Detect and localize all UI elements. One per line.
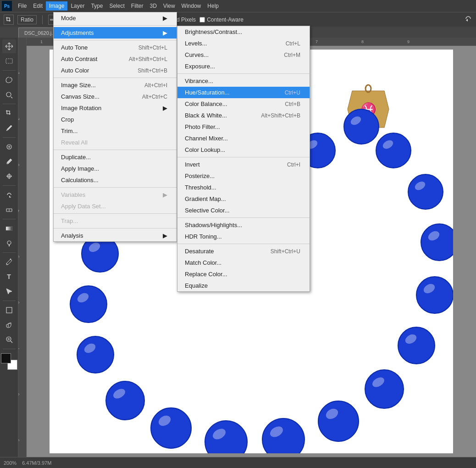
tool-path-select[interactable]	[2, 284, 16, 298]
menu-invert[interactable]: Invert Ctrl+I	[177, 159, 310, 170]
tool-healing[interactable]	[2, 140, 16, 154]
foreground-color-swatch[interactable]	[1, 353, 11, 363]
tool-sep-3	[3, 137, 16, 138]
menu-edit[interactable]: Edit	[30, 1, 46, 11]
image-rotation-arrow-icon: ▶	[163, 105, 167, 111]
menu-duplicate[interactable]: Duplicate...	[54, 151, 177, 163]
menu-mode[interactable]: Mode ▶	[54, 12, 177, 24]
menu-curves[interactable]: Curves... Ctrl+M	[177, 49, 310, 61]
calculations-label: Calculations...	[61, 177, 99, 184]
menu-brightness-contrast[interactable]: Brightness/Contrast...	[177, 26, 310, 38]
menu-analysis[interactable]: Analysis ▶	[54, 230, 177, 241]
zoom-icon	[5, 335, 13, 344]
menu-image[interactable]: Image	[46, 1, 67, 11]
menu-variables: Variables ▶	[54, 189, 177, 201]
menu-replace-color[interactable]: Replace Color...	[177, 268, 310, 280]
tool-eyedropper[interactable]	[2, 121, 16, 135]
tool-brush[interactable]	[2, 155, 16, 168]
menu-auto-tone[interactable]: Auto Tone Shift+Ctrl+L	[54, 42, 177, 53]
menu-trim[interactable]: Trim...	[54, 125, 177, 137]
tool-crop[interactable]	[2, 106, 16, 120]
hue-saturation-shortcut: Ctrl+U	[285, 89, 300, 96]
svg-text:1: 1	[18, 72, 20, 74]
ratio-dropdown[interactable]: Ratio	[17, 15, 37, 24]
tool-lasso[interactable]	[2, 73, 16, 87]
menu-layer[interactable]: Layer	[67, 1, 88, 11]
menu-selective-color[interactable]: Selective Color...	[177, 205, 310, 216]
brush-icon	[5, 157, 13, 166]
svg-point-44	[376, 133, 411, 168]
menu-view[interactable]: View	[160, 1, 178, 11]
tool-zoom[interactable]	[2, 333, 16, 346]
menu-hdr-toning[interactable]: HDR Toning...	[177, 231, 310, 242]
canvas-size-shortcut: Alt+Ctrl+C	[142, 94, 167, 100]
menu-equalize[interactable]: Equalize	[177, 280, 310, 291]
brightness-contrast-label: Brightness/Contrast...	[185, 28, 242, 35]
tool-marquee[interactable]	[2, 54, 16, 68]
menu-shadows-highlights[interactable]: Shadows/Highlights...	[177, 219, 310, 231]
menu-auto-color[interactable]: Auto Color Shift+Ctrl+B	[54, 65, 177, 76]
color-swatches[interactable]	[1, 353, 17, 370]
svg-point-68	[70, 286, 107, 323]
tool-clone[interactable]	[2, 169, 16, 183]
menu-image-rotation[interactable]: Image Rotation ▶	[54, 102, 177, 114]
menu-canvas-size[interactable]: Canvas Size... Alt+Ctrl+C	[54, 91, 177, 102]
gradient-icon	[5, 224, 13, 233]
posterize-label: Posterize...	[185, 173, 215, 179]
menu-adjustments[interactable]: Adjustments ▶	[54, 27, 177, 39]
image-menu-sep-5	[54, 187, 177, 188]
tool-text[interactable]: T	[2, 270, 16, 284]
crop-tool-icon[interactable]	[4, 15, 14, 25]
menu-hue-saturation[interactable]: Hue/Saturation... Ctrl+U	[177, 87, 310, 98]
tool-history-brush[interactable]	[2, 188, 16, 202]
tool-hand[interactable]	[2, 318, 16, 332]
crop-icon-svg	[5, 16, 12, 23]
menu-posterize[interactable]: Posterize...	[177, 170, 310, 182]
menu-filter[interactable]: Filter	[128, 1, 147, 11]
desaturate-label: Desaturate	[185, 248, 214, 255]
tool-quick-select[interactable]	[2, 88, 16, 101]
black-white-shortcut: Alt+Shift+Ctrl+B	[261, 112, 300, 119]
color-balance-shortcut: Ctrl+B	[285, 101, 300, 107]
channel-mixer-label: Channel Mixer...	[185, 135, 228, 142]
tool-shape[interactable]	[2, 303, 16, 317]
menu-photo-filter[interactable]: Photo Filter...	[177, 121, 310, 133]
menu-threshold[interactable]: Threshold...	[177, 182, 310, 193]
tool-move[interactable]	[2, 39, 16, 53]
content-aware-input[interactable]	[199, 17, 205, 22]
menu-select[interactable]: Select	[106, 1, 127, 11]
tool-dodge[interactable]	[2, 236, 16, 250]
tool-pen[interactable]	[2, 255, 16, 269]
content-aware-checkbox[interactable]: Content-Aware	[199, 17, 244, 23]
menu-gradient-map[interactable]: Gradient Map...	[177, 193, 310, 205]
menu-type[interactable]: Type	[88, 1, 106, 11]
menu-match-color[interactable]: Match Color...	[177, 257, 310, 268]
svg-point-14	[7, 241, 11, 245]
menu-3d[interactable]: 3D	[146, 1, 160, 11]
menu-file[interactable]: File	[15, 1, 30, 11]
history-brush-icon	[5, 191, 13, 199]
menu-channel-mixer[interactable]: Channel Mixer...	[177, 133, 310, 144]
menu-help[interactable]: Help	[204, 1, 222, 11]
menu-exposure[interactable]: Exposure...	[177, 61, 310, 72]
tool-sep-1	[3, 70, 16, 71]
analysis-label: Analysis	[61, 232, 83, 239]
tool-gradient[interactable]	[2, 222, 16, 235]
menu-desaturate[interactable]: Desaturate Shift+Ctrl+U	[177, 245, 310, 257]
menu-color-lookup[interactable]: Color Lookup...	[177, 144, 310, 156]
menu-black-white[interactable]: Black & White... Alt+Shift+Ctrl+B	[177, 110, 310, 121]
menu-apply-image[interactable]: Apply Image...	[54, 163, 177, 174]
tool-eraser[interactable]	[2, 203, 16, 217]
menu-levels[interactable]: Levels... Ctrl+L	[177, 38, 310, 49]
menu-vibrance[interactable]: Vibrance...	[177, 75, 310, 87]
menu-calculations[interactable]: Calculations...	[54, 174, 177, 186]
crop-tool-svg	[5, 109, 13, 117]
menu-image-size[interactable]: Image Size... Alt+Ctrl+I	[54, 79, 177, 91]
replace-color-label: Replace Color...	[185, 271, 227, 278]
menu-crop[interactable]: Crop	[54, 114, 177, 125]
undo-icon[interactable]	[464, 15, 472, 24]
menu-auto-contrast[interactable]: Auto Contrast Alt+Shift+Ctrl+L	[54, 53, 177, 65]
menu-window[interactable]: Window	[178, 1, 205, 11]
menu-color-balance[interactable]: Color Balance... Ctrl+B	[177, 98, 310, 110]
svg-point-82	[344, 109, 379, 144]
